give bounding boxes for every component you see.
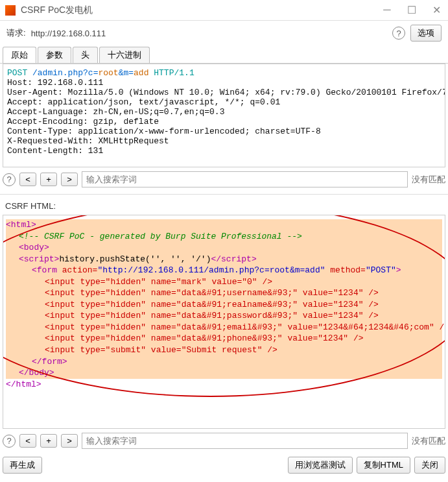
tab-raw[interactable]: 原始 (3, 47, 36, 63)
tab-headers[interactable]: 头 (73, 47, 98, 63)
minimize-button[interactable]: ─ (381, 4, 394, 16)
search-add-button[interactable]: + (40, 434, 57, 448)
help-icon[interactable]: ? (3, 173, 16, 186)
help-icon[interactable]: ? (392, 27, 405, 40)
regenerate-button[interactable]: 再生成 (3, 457, 42, 474)
request-url-row: 请求: http://192.168.0.111 ? 选项 (0, 21, 448, 45)
copy-html-button[interactable]: 复制HTML (357, 457, 410, 474)
window-title: CSRF PoC发电机 (21, 5, 381, 16)
tab-params[interactable]: 参数 (38, 47, 71, 63)
raw-request[interactable]: POST /admin.php?c=root&m=add HTTP/1.1 Ho… (3, 64, 445, 167)
search-next-button[interactable]: > (61, 173, 78, 186)
divider (0, 194, 448, 195)
html-search-row: ? < + > 没有匹配 (0, 429, 448, 453)
options-button[interactable]: 选项 (410, 25, 442, 42)
app-icon (5, 5, 16, 16)
csrf-code: <html> <!-- CSRF PoC - generated by Burp… (3, 215, 445, 394)
request-search-input[interactable] (82, 171, 408, 187)
no-match-label: 没有匹配 (412, 435, 445, 447)
request-search-row: ? < + > 没有匹配 (0, 167, 448, 191)
footer: 再生成 用浏览器测试 复制HTML 关闭 (0, 453, 448, 477)
test-in-browser-button[interactable]: 用浏览器测试 (288, 457, 353, 474)
request-tabs: 原始 参数 头 十六进制 (0, 47, 448, 64)
search-prev-button[interactable]: < (19, 173, 36, 186)
help-icon[interactable]: ? (3, 435, 16, 448)
request-url: http://192.168.0.111 (31, 29, 387, 38)
tab-hex[interactable]: 十六进制 (99, 47, 150, 63)
search-prev-button[interactable]: < (19, 434, 36, 448)
request-label: 请求: (6, 27, 26, 39)
csrf-html-label: CSRF HTML: (0, 197, 448, 215)
search-add-button[interactable]: + (40, 173, 57, 186)
maximize-button[interactable]: ☐ (405, 4, 418, 16)
close-window-button[interactable]: ✕ (430, 4, 443, 16)
html-search-input[interactable] (82, 433, 408, 449)
search-next-button[interactable]: > (61, 434, 78, 448)
no-match-label: 没有匹配 (412, 174, 445, 186)
csrf-html-box[interactable]: <html> <!-- CSRF PoC - generated by Burp… (3, 215, 445, 429)
close-button[interactable]: 关闭 (414, 457, 445, 474)
titlebar: CSRF PoC发电机 ─ ☐ ✕ (0, 0, 448, 21)
